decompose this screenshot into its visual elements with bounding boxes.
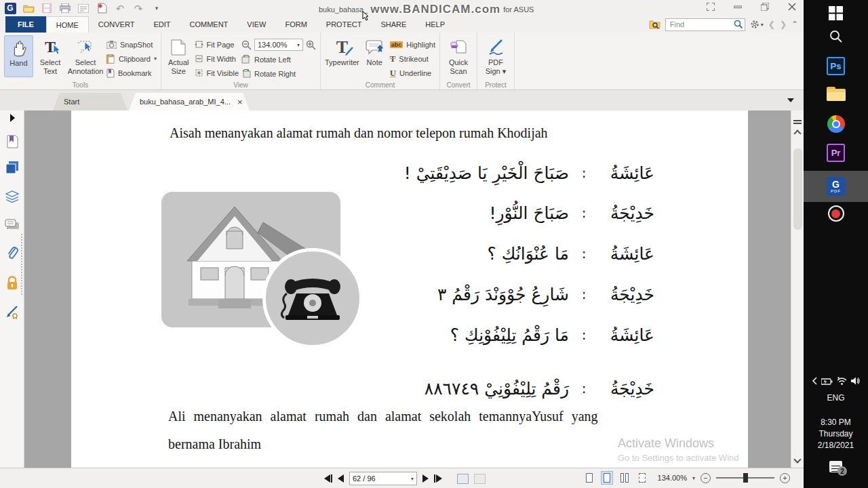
minimize-icon[interactable] bbox=[733, 3, 743, 11]
actual-size-button[interactable]: Actual Size bbox=[165, 35, 192, 77]
clock-time[interactable]: 8:30 PM bbox=[804, 418, 868, 427]
highlight-button[interactable]: abc Highlight bbox=[390, 39, 435, 50]
wifi-icon[interactable] bbox=[837, 377, 847, 385]
previous-page-button[interactable] bbox=[338, 474, 344, 483]
find-next-icon[interactable]: ❯ bbox=[780, 20, 787, 29]
taskbar-chrome-button[interactable] bbox=[804, 115, 868, 133]
tab-document[interactable]: buku_bahasa_arab_MI_4... × bbox=[129, 93, 250, 110]
tab-edit[interactable]: EDIT bbox=[144, 16, 180, 33]
scrollbar-thumb[interactable] bbox=[793, 148, 802, 230]
pdf-sign-button[interactable]: PDF Sign ▾ bbox=[481, 35, 510, 77]
scroll-down-icon[interactable] bbox=[793, 455, 801, 463]
zoom-slider-handle[interactable] bbox=[743, 473, 748, 483]
select-annotation-button[interactable]: Select Annotation bbox=[67, 35, 104, 77]
tab-help[interactable]: HELP bbox=[416, 16, 454, 33]
hand-tool-button[interactable]: Hand bbox=[4, 35, 33, 77]
print-icon[interactable] bbox=[59, 2, 71, 14]
bookmarks-panel-icon[interactable] bbox=[0, 135, 24, 148]
tab-file[interactable]: FILE bbox=[5, 16, 46, 33]
comments-panel-icon[interactable] bbox=[0, 219, 24, 231]
tab-form[interactable]: FORM bbox=[275, 16, 316, 33]
tab-view[interactable]: VIEW bbox=[237, 16, 275, 33]
rotate-left-button[interactable]: Rotate Left bbox=[241, 54, 316, 65]
page-number-field[interactable]: 62 / 96 ▾ bbox=[349, 472, 417, 485]
tab-convert[interactable]: CONVERT bbox=[89, 16, 144, 33]
underline-button[interactable]: U Underline bbox=[390, 67, 435, 79]
taskbar-photoshop-button[interactable]: Ps bbox=[804, 57, 868, 75]
clock-date[interactable]: 2/18/2021 bbox=[804, 441, 868, 450]
tab-home[interactable]: HOME bbox=[46, 16, 89, 33]
tab-protect[interactable]: PROTECT bbox=[317, 16, 372, 33]
scroll-up-icon[interactable] bbox=[793, 129, 801, 137]
next-view-icon[interactable] bbox=[474, 474, 486, 484]
foxit-logo-icon[interactable]: G bbox=[4, 2, 16, 14]
find-previous-icon[interactable]: ❮ bbox=[768, 20, 775, 29]
customize-toolbar-icon[interactable]: ▾ bbox=[151, 2, 163, 14]
single-page-layout-icon[interactable] bbox=[583, 471, 595, 485]
search-icon[interactable] bbox=[734, 20, 743, 29]
restore-icon[interactable] bbox=[760, 3, 770, 11]
fit-page-button[interactable]: Fit Page bbox=[195, 39, 239, 50]
zoom-in-icon[interactable] bbox=[306, 40, 316, 50]
statusbar-zoom-in-button[interactable]: + bbox=[780, 473, 790, 483]
open-file-icon[interactable] bbox=[22, 2, 35, 14]
panel-resize-handle[interactable] bbox=[21, 234, 22, 295]
undo-icon[interactable]: ↶ bbox=[114, 2, 126, 14]
taskbar-premiere-button[interactable]: Pr bbox=[804, 144, 868, 162]
taskbar-foxit-button[interactable]: G PDF bbox=[804, 177, 868, 196]
strikeout-button[interactable]: T Strikeout bbox=[390, 53, 435, 64]
note-button[interactable]: Note bbox=[362, 35, 387, 77]
split-view-handle-icon[interactable] bbox=[793, 120, 802, 124]
clock-weekday[interactable]: Thursday bbox=[804, 429, 868, 439]
taskbar-record-button[interactable] bbox=[804, 205, 868, 222]
folder-search-icon[interactable] bbox=[649, 20, 660, 29]
tab-close-icon[interactable]: × bbox=[237, 97, 243, 107]
continuous-layout-icon[interactable] bbox=[601, 471, 613, 485]
bookmark-button[interactable]: Bookmark bbox=[106, 67, 157, 79]
create-pdf-icon[interactable]: ✱ bbox=[96, 2, 108, 14]
facing-layout-icon[interactable] bbox=[618, 471, 631, 485]
previous-view-icon[interactable] bbox=[457, 474, 469, 484]
tab-list-dropdown-icon[interactable] bbox=[787, 98, 794, 102]
vertical-scrollbar[interactable] bbox=[791, 110, 804, 468]
tab-comment[interactable]: COMMENT bbox=[180, 16, 238, 33]
tray-expand-chevron-icon[interactable] bbox=[812, 377, 817, 385]
typewriter-button[interactable]: T Typewriter bbox=[325, 35, 359, 77]
find-options-gear-icon[interactable]: ▾ bbox=[750, 20, 764, 29]
signature-panel-icon[interactable] bbox=[0, 306, 24, 319]
battery-icon[interactable] bbox=[821, 378, 833, 385]
volume-icon[interactable] bbox=[851, 377, 861, 385]
rotate-right-button[interactable]: Rotate Right bbox=[241, 68, 316, 79]
statusbar-zoom-dropdown-icon[interactable]: ▾ bbox=[692, 475, 695, 481]
tab-share[interactable]: SHARE bbox=[371, 16, 416, 33]
statusbar-zoom-out-button[interactable]: − bbox=[701, 473, 711, 483]
action-center-button[interactable]: 2 bbox=[804, 461, 868, 472]
last-page-button[interactable] bbox=[434, 474, 442, 483]
first-page-button[interactable] bbox=[324, 474, 332, 483]
full-screen-icon[interactable] bbox=[706, 3, 715, 11]
document-view[interactable]: Aisah menanyakan alamat rumah dan nomor … bbox=[24, 110, 791, 468]
fit-width-button[interactable]: Fit Width bbox=[195, 53, 239, 64]
zoom-slider[interactable] bbox=[716, 477, 774, 479]
zoom-out-icon[interactable] bbox=[241, 40, 252, 50]
next-page-button[interactable] bbox=[422, 474, 429, 483]
language-indicator[interactable]: ENG bbox=[804, 393, 868, 403]
layers-panel-icon[interactable] bbox=[0, 190, 24, 203]
quick-scan-button[interactable]: Quick Scan bbox=[444, 35, 473, 77]
tab-start[interactable]: Start bbox=[53, 93, 127, 110]
select-text-button[interactable]: T Select Text bbox=[36, 35, 65, 77]
taskbar-file-explorer-button[interactable] bbox=[804, 87, 868, 101]
expand-panel-icon[interactable] bbox=[0, 114, 24, 122]
close-icon[interactable] bbox=[787, 3, 797, 11]
collapse-ribbon-icon[interactable]: ⌃ bbox=[791, 20, 798, 29]
email-icon[interactable] bbox=[77, 2, 90, 14]
clipboard-button[interactable]: Clipboard ▾ bbox=[106, 53, 157, 64]
snapshot-button[interactable]: SnapShot bbox=[106, 39, 157, 50]
save-icon[interactable] bbox=[41, 2, 53, 14]
taskbar-search-button[interactable] bbox=[804, 30, 868, 43]
redo-icon[interactable]: ↷ bbox=[132, 2, 144, 14]
fit-visible-button[interactable]: Fit Visible bbox=[195, 67, 239, 79]
start-button[interactable] bbox=[804, 6, 868, 20]
zoom-level-dropdown[interactable]: 134.00% ▾ bbox=[254, 39, 303, 51]
split-layout-icon[interactable] bbox=[636, 471, 648, 485]
